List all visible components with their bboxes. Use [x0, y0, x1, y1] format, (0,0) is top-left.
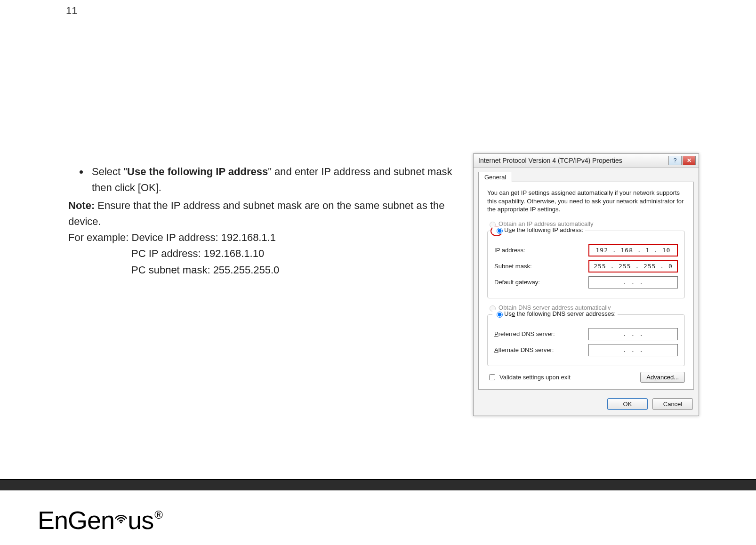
dialog-description: You can get IP settings assigned automat… [487, 189, 685, 214]
alternate-dns-input[interactable]: . . . [588, 344, 678, 356]
preferred-dns-row: Preferred DNS server: . . . [494, 328, 678, 340]
radio-use-following-dns[interactable]: Use the following DNS server addresses: [492, 310, 618, 318]
close-icon: ✕ [687, 157, 692, 164]
help-button[interactable]: ? [668, 156, 682, 165]
ip-address-row: IP address: 192 . 168 . 1 . 10 [494, 244, 678, 256]
bullet-bold: Use the following IP address [127, 166, 268, 177]
tcpip-properties-dialog: Internet Protocol Version 4 (TCP/IPv4) P… [473, 153, 699, 416]
ip-address-input[interactable]: 192 . 168 . 1 . 10 [588, 244, 678, 256]
note-line: Note: Ensure that the IP address and sub… [68, 198, 454, 230]
alternate-dns-row: Alternate DNS server: . . . [494, 344, 678, 356]
instruction-block: Select "Use the following IP address" an… [68, 164, 454, 278]
logo-text: EnGen us® [38, 505, 161, 535]
svg-point-0 [120, 521, 122, 523]
logo-gen: Gen [68, 506, 114, 534]
dialog-button-row: OK Cancel [474, 394, 699, 416]
radio-input-static-dns[interactable] [497, 312, 503, 318]
radio-static-dns-label: Use the following DNS server addresses: [504, 310, 616, 317]
tab-general[interactable]: General [478, 172, 512, 182]
subnet-mask-label: Subnet mask: [494, 263, 574, 270]
pc-mask-line: PC subnet mask: 255.255.255.0 [68, 262, 454, 278]
cancel-button[interactable]: Cancel [652, 398, 693, 410]
advanced-button[interactable]: Advanced... [640, 372, 685, 383]
radio-use-following-ip[interactable]: Use the following IP address: [492, 226, 585, 234]
validate-checkbox-label[interactable]: Validate settings upon exit [487, 373, 571, 382]
page-footer: EnGen us® [0, 479, 756, 545]
dialog-title: Internet Protocol Version 4 (TCP/IPv4) P… [478, 157, 668, 164]
note-text: Ensure that the IP address and subnet ma… [68, 200, 444, 227]
static-ip-group: Use the following IP address: IP address… [487, 231, 685, 298]
preferred-dns-input[interactable]: . . . [588, 328, 678, 340]
wifi-icon [114, 510, 128, 529]
validate-row: Validate settings upon exit Advanced... [487, 372, 685, 383]
dialog-body: You can get IP settings assigned automat… [478, 182, 694, 390]
ip-address-label: IP address: [494, 247, 574, 254]
validate-checkbox[interactable] [489, 374, 495, 380]
example-line: For example: Device IP address: 192.168.… [68, 230, 454, 246]
preferred-dns-label: Preferred DNS server: [494, 330, 574, 337]
dialog-titlebar: Internet Protocol Version 4 (TCP/IPv4) P… [474, 154, 699, 168]
registered-mark: ® [154, 508, 162, 521]
page-number: 11 [66, 5, 77, 17]
note-label: Note: [68, 200, 95, 211]
radio-static-ip-label: Use the following IP address: [504, 226, 583, 233]
bullet-prefix: Select " [92, 166, 127, 177]
validate-label-text: Validate settings upon exit [499, 374, 571, 381]
subnet-mask-input[interactable]: 255 . 255 . 255 . 0 [588, 260, 678, 272]
static-dns-group: Use the following DNS server addresses: … [487, 314, 685, 366]
bullet-item: Select "Use the following IP address" an… [89, 164, 454, 196]
radio-input-static-ip[interactable] [497, 228, 503, 234]
alternate-dns-label: Alternate DNS server: [494, 346, 574, 353]
logo-en: En [38, 506, 68, 534]
ok-button[interactable]: OK [607, 398, 648, 410]
default-gateway-row: Default gateway: . . . [494, 276, 678, 289]
default-gateway-input[interactable]: . . . [588, 276, 678, 289]
tab-strip: General [474, 168, 699, 182]
logo-us: us [128, 506, 153, 534]
help-icon: ? [674, 157, 677, 164]
default-gateway-label: Default gateway: [494, 279, 574, 286]
close-button[interactable]: ✕ [683, 156, 696, 165]
engenius-logo: EnGen us® [38, 505, 161, 535]
subnet-mask-row: Subnet mask: 255 . 255 . 255 . 0 [494, 260, 678, 272]
pc-ip-line: PC IP address: 192.168.1.10 [68, 246, 454, 262]
footer-bar [0, 480, 756, 490]
